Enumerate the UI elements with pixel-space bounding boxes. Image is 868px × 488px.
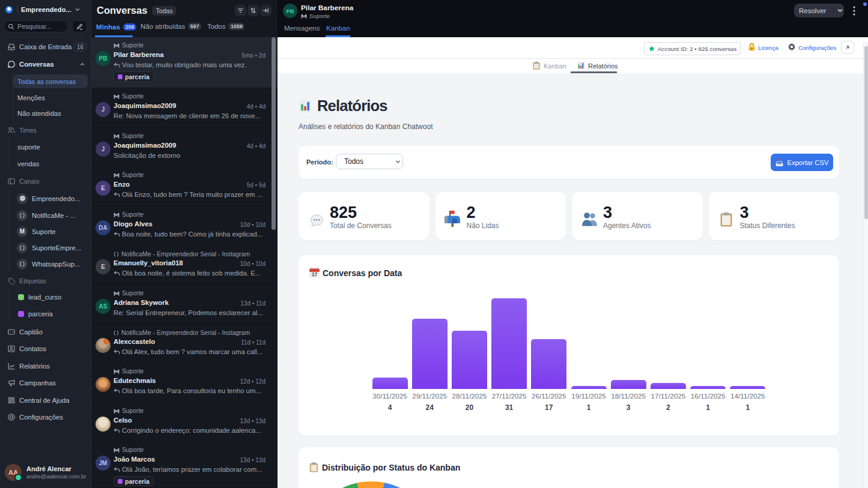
svg-text:17: 17 [312, 271, 318, 277]
